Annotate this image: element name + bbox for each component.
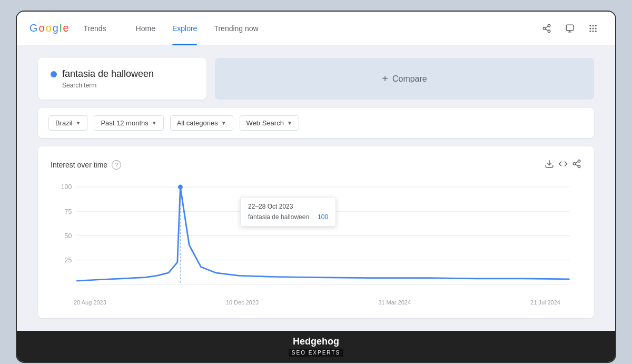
download-icon[interactable] — [545, 159, 554, 171]
search-type-label: Search term — [62, 82, 194, 89]
main-content: fantasia de halloween Search term + Comp… — [17, 45, 615, 331]
compare-label: Compare — [392, 74, 427, 84]
svg-point-1 — [543, 27, 546, 29]
compare-button[interactable]: + Compare — [382, 73, 427, 85]
chart-card: Interest over time ? — [38, 146, 594, 318]
compare-plus-icon: + — [382, 73, 388, 85]
logo-o2: o — [46, 22, 52, 34]
apps-icon[interactable] — [584, 19, 603, 38]
footer-sub: SEO EXPERTS — [289, 349, 343, 357]
svg-point-33 — [178, 185, 183, 190]
footer: Hedgehog SEO EXPERTS — [17, 331, 615, 362]
share-chart-icon[interactable] — [572, 159, 581, 171]
x-label-4: 21 Jul 2024 — [530, 299, 560, 306]
svg-point-11 — [589, 27, 591, 29]
browser-frame: G o o g l e Trends Home Explore Trending… — [16, 11, 616, 363]
filter-row: Brazil ▼ Past 12 months ▼ All categories… — [38, 108, 594, 138]
region-filter[interactable]: Brazil ▼ — [48, 115, 87, 131]
nav-explore[interactable]: Explore — [164, 12, 205, 45]
svg-point-14 — [589, 30, 591, 32]
share-icon[interactable] — [537, 19, 556, 38]
tooltip-row: fantasia de halloween 100 — [248, 213, 328, 221]
logo-g: G — [29, 22, 38, 34]
svg-point-9 — [592, 25, 594, 26]
tooltip-value: 100 — [318, 213, 328, 221]
svg-point-8 — [589, 25, 591, 26]
help-icon[interactable]: ? — [112, 160, 121, 170]
x-axis: 20 Aug 2023 10 Dec 2023 31 Mar 2024 21 J… — [51, 297, 581, 306]
nav-bar: G o o g l e Trends Home Explore Trending… — [17, 12, 615, 45]
svg-point-15 — [592, 30, 594, 32]
search-term-top: fantasia de halloween — [51, 68, 194, 80]
search-term-dot — [51, 71, 57, 77]
svg-point-18 — [578, 160, 580, 163]
svg-point-19 — [573, 163, 576, 165]
trends-label: Trends — [84, 24, 106, 33]
footer-brand: Hedgehog — [22, 336, 610, 347]
chart-area: 100 75 50 25 22–28 Oct 2023 — [51, 181, 581, 297]
search-type-label: Web Search — [246, 119, 284, 127]
svg-text:50: 50 — [65, 232, 72, 240]
category-label: All categories — [177, 119, 218, 127]
category-chevron: ▼ — [221, 120, 226, 126]
region-chevron: ▼ — [76, 120, 81, 126]
category-filter[interactable]: All categories ▼ — [170, 115, 233, 131]
logo-g2: g — [53, 22, 58, 34]
search-term-card: fantasia de halloween Search term — [38, 58, 206, 100]
logo-l: l — [60, 22, 62, 34]
tooltip-date: 22–28 Oct 2023 — [248, 203, 328, 210]
x-label-3: 31 Mar 2024 — [378, 299, 411, 306]
nav-links: Home Explore Trending now — [127, 12, 267, 45]
feedback-icon[interactable] — [560, 19, 579, 38]
nav-right — [537, 19, 603, 38]
svg-text:100: 100 — [61, 183, 72, 191]
chart-title: Interest over time — [51, 161, 107, 169]
nav-home[interactable]: Home — [127, 12, 164, 45]
x-label-2: 10 Dec 2023 — [226, 299, 259, 306]
period-filter[interactable]: Past 12 months ▼ — [94, 115, 163, 131]
svg-line-21 — [575, 164, 578, 166]
embed-icon[interactable] — [558, 159, 568, 171]
chart-actions — [545, 159, 581, 171]
search-term-text: fantasia de halloween — [62, 68, 154, 80]
logo-e: e — [63, 22, 68, 34]
svg-line-4 — [545, 26, 548, 27]
search-type-filter[interactable]: Web Search ▼ — [240, 115, 299, 131]
search-row: fantasia de halloween Search term + Comp… — [38, 58, 594, 100]
svg-point-10 — [595, 25, 597, 26]
compare-card[interactable]: + Compare — [215, 58, 594, 100]
svg-text:75: 75 — [65, 208, 72, 215]
svg-text:25: 25 — [65, 257, 72, 264]
region-label: Brazil — [55, 119, 73, 127]
x-label-1: 20 Aug 2023 — [74, 299, 106, 306]
svg-point-13 — [595, 27, 597, 29]
svg-rect-5 — [566, 25, 574, 31]
chart-title-row: Interest over time ? — [51, 160, 121, 170]
svg-line-22 — [575, 162, 578, 163]
svg-point-2 — [548, 30, 550, 33]
period-chevron: ▼ — [152, 120, 157, 126]
svg-point-0 — [548, 24, 550, 27]
google-logo: G o o g l e — [29, 22, 69, 34]
svg-point-16 — [595, 30, 597, 32]
svg-point-12 — [592, 27, 594, 29]
logo-o1: o — [39, 22, 45, 34]
tooltip-term: fantasia de halloween — [248, 213, 309, 221]
svg-point-20 — [578, 165, 580, 168]
period-label: Past 12 months — [101, 119, 148, 127]
search-type-chevron: ▼ — [287, 120, 292, 126]
nav-trending[interactable]: Trending now — [205, 12, 266, 45]
chart-header: Interest over time ? — [51, 159, 581, 171]
chart-tooltip: 22–28 Oct 2023 fantasia de halloween 100 — [240, 197, 336, 227]
svg-line-3 — [545, 29, 548, 31]
